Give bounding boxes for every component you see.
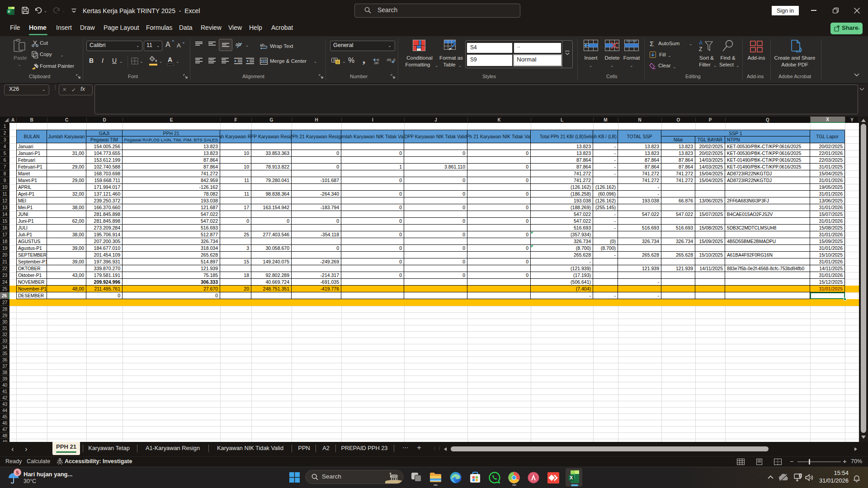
svg-text:.00: .00 xyxy=(386,58,392,62)
svg-text:.00: .00 xyxy=(373,61,379,64)
svg-text:x: x xyxy=(8,9,10,14)
svg-text:X: X xyxy=(570,475,573,480)
svg-text:ab: ab xyxy=(260,43,264,47)
svg-text:Z: Z xyxy=(699,46,702,52)
svg-text:0: 0 xyxy=(393,58,396,62)
svg-text:A: A xyxy=(699,40,703,46)
